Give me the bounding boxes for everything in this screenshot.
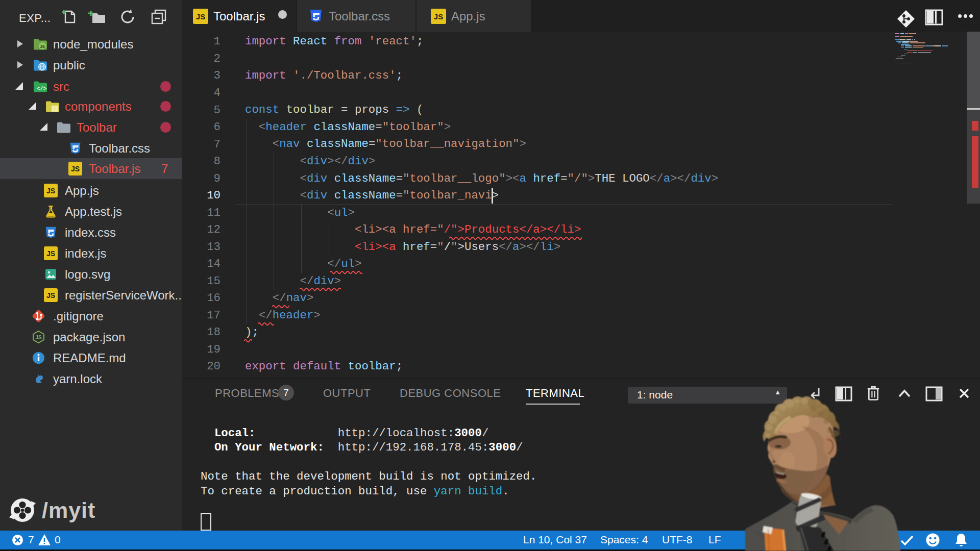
svg-text:JS: JS xyxy=(35,335,42,340)
svg-text:JS: JS xyxy=(40,44,45,49)
svg-text:</>: </> xyxy=(37,86,47,92)
